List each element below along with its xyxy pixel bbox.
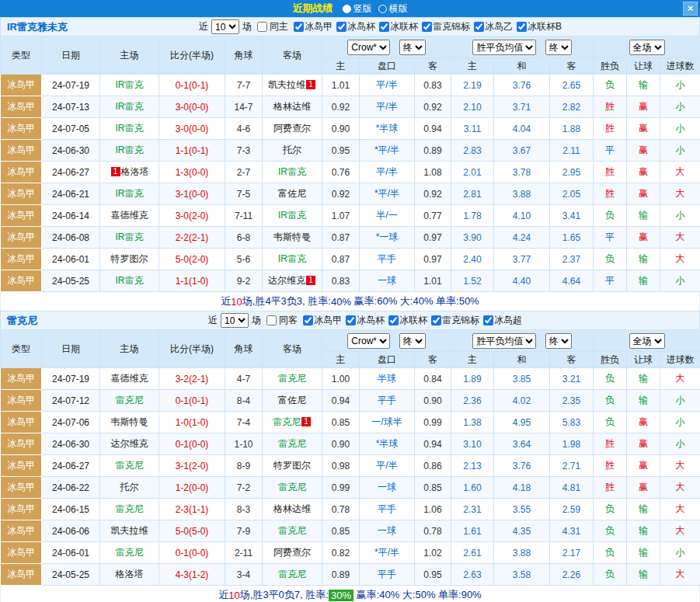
goals-result-cell: 大: [660, 162, 700, 183]
scope-select[interactable]: 全场: [629, 333, 665, 349]
result-cell: 负: [594, 368, 627, 390]
filter-bar: 近 10 场 同主 冰岛甲冰岛杯冰联杯雷克锦标冰岛乙冰联杯B: [199, 19, 562, 34]
handicap-result-cell: 输: [627, 520, 660, 542]
result-cell: 胜: [594, 477, 627, 499]
eu-away-odds: 2.59: [550, 499, 594, 520]
league-checkbox[interactable]: [517, 22, 527, 32]
result-cell: 负: [594, 205, 627, 227]
league-label: 冰岛杯: [357, 315, 385, 325]
eu-away-odds: 4.64: [550, 270, 594, 292]
team-name: IR雷克: [278, 210, 306, 221]
eu-away-odds: 2.65: [550, 75, 594, 96]
eu-away-odds: 1.88: [550, 118, 594, 140]
score-cell: 3-0(0-0): [159, 118, 225, 140]
close-icon[interactable]: ×: [683, 2, 698, 16]
handicap-result-cell: 赢: [627, 455, 660, 477]
league-cell: 冰岛甲: [1, 140, 42, 162]
match-row: 冰岛甲24-06-22托尔1-2(0-0)7-2雷克尼0.99一球0.851.6…: [1, 477, 700, 499]
col-home: 主场: [100, 37, 159, 75]
team-name: 雷克尼: [278, 482, 306, 492]
away-team-cell: 富佐尼: [263, 183, 322, 205]
home-team-cell: 雷克尼: [100, 455, 159, 477]
result-cell: 平: [594, 140, 627, 162]
col-handicap-result: 让球: [627, 58, 660, 75]
result-cell: 负: [594, 412, 627, 433]
result-cell: 负: [594, 499, 627, 520]
match-count-select[interactable]: 10: [221, 313, 249, 328]
handicap-result-cell: 输: [627, 368, 660, 390]
vertical-layout-radio[interactable]: [343, 5, 351, 13]
date-cell: 24-06-01: [42, 542, 100, 564]
league-checkbox[interactable]: [388, 315, 399, 325]
scope-select[interactable]: 全场: [629, 40, 665, 55]
col-asia-away: 客: [415, 58, 451, 75]
horizontal-layout-radio[interactable]: [378, 5, 387, 13]
handicap-cell: 平手: [360, 390, 415, 412]
league-checkbox[interactable]: [336, 22, 347, 32]
eu-home-odds: 2.13: [451, 455, 494, 477]
asia-home-odds: 1.07: [322, 205, 360, 227]
league-checkbox[interactable]: [303, 315, 313, 325]
eu-stage-select[interactable]: 终: [545, 40, 572, 55]
same-venue-checkbox[interactable]: [257, 22, 267, 32]
league-cell: 冰岛甲: [1, 542, 42, 564]
matches-table: 类型 日期 主场 比分(半场) 角球 客场 Crow* 终 胜平负均值 终 全场: [0, 36, 700, 292]
asia-away-odds: 0.92: [415, 183, 451, 205]
summary-lead: 近: [218, 588, 228, 602]
eu-away-odds: 2.05: [550, 183, 594, 205]
away-team-cell: 格林达维: [263, 499, 322, 520]
asia-home-odds: 0.85: [322, 412, 360, 433]
col-eu-home: 主: [451, 352, 494, 368]
near-label: 近: [199, 20, 208, 33]
col-eu-away: 客: [550, 58, 594, 75]
col-asia-home: 主: [322, 352, 360, 368]
handicap-cell: *半球: [360, 118, 415, 140]
eu-away-odds: 3.21: [550, 368, 594, 390]
date-cell: 24-06-27: [42, 455, 100, 477]
league-checkbox[interactable]: [294, 22, 304, 32]
league-cell: 冰岛甲: [1, 227, 42, 249]
corner-cell: 8-3: [225, 499, 263, 520]
eu-stage-select[interactable]: 终: [545, 333, 572, 349]
league-checkbox[interactable]: [431, 315, 441, 325]
score-cell: 1-1(1-0): [159, 270, 225, 292]
home-team-cell: 特罗图尔: [100, 249, 159, 270]
bookmaker-select[interactable]: Crow*: [347, 40, 390, 55]
match-row: 冰岛甲24-06-08IR雷克2-2(2-1)6-8韦斯特曼0.87*一球0.9…: [1, 227, 700, 249]
same-venue-checkbox[interactable]: [266, 315, 277, 325]
league-checkbox[interactable]: [346, 315, 356, 325]
match-row: 冰岛甲24-06-21IR雷克3-1(0-0)7-5富佐尼0.92*平/半0.9…: [1, 183, 700, 205]
league-cell: 冰岛甲: [1, 96, 42, 118]
team-name: 富佐尼: [278, 188, 306, 199]
handicap-cell: 一/球半: [360, 412, 415, 433]
league-checkbox[interactable]: [483, 315, 493, 325]
away-team-cell: 韦斯特曼: [263, 227, 322, 249]
eu-home-odds: 2.10: [451, 96, 494, 118]
eu-home-odds: 1.61: [451, 520, 494, 542]
match-row: 冰岛甲24-06-06凯夫拉维5-0(5-0)7-9雷克尼0.85一球0.781…: [1, 520, 700, 542]
league-checkbox[interactable]: [379, 22, 389, 32]
title-bar: 近期战绩 竖版 横版 ×: [0, 0, 700, 17]
league-cell: 冰岛甲: [1, 499, 42, 520]
match-row: 冰岛甲24-07-05IR雷克3-0(0-0)4-6阿费查尔0.90*半球0.9…: [1, 118, 700, 140]
handicap-cell: 一球: [360, 477, 415, 499]
league-checkbox[interactable]: [474, 22, 484, 32]
match-count-select[interactable]: 10: [211, 19, 239, 34]
market-select[interactable]: 胜平负均值: [472, 333, 536, 349]
asia-away-odds: 0.84: [415, 368, 451, 390]
eu-home-odds: 2.31: [451, 499, 494, 520]
handicap-result-cell: 赢: [627, 118, 660, 140]
bookmaker-select[interactable]: Crow*: [347, 333, 390, 349]
asia-stage-select[interactable]: 终: [399, 333, 426, 349]
result-cell: 负: [594, 520, 627, 542]
eu-home-odds: 2.01: [451, 162, 494, 183]
away-team-cell: 雷克尼: [263, 368, 322, 390]
page-title: 近期战绩: [293, 2, 333, 16]
league-checkbox[interactable]: [422, 22, 432, 32]
team-title: 雷克尼: [7, 314, 37, 328]
asia-stage-select[interactable]: 终: [399, 40, 426, 55]
market-select[interactable]: 胜平负均值: [472, 40, 536, 55]
summary-stats: 赢率:60% 大:40% 单率:50%: [351, 294, 479, 308]
eu-draw-odds: 3.67: [494, 140, 550, 162]
league-label: 冰联杯: [399, 315, 427, 325]
